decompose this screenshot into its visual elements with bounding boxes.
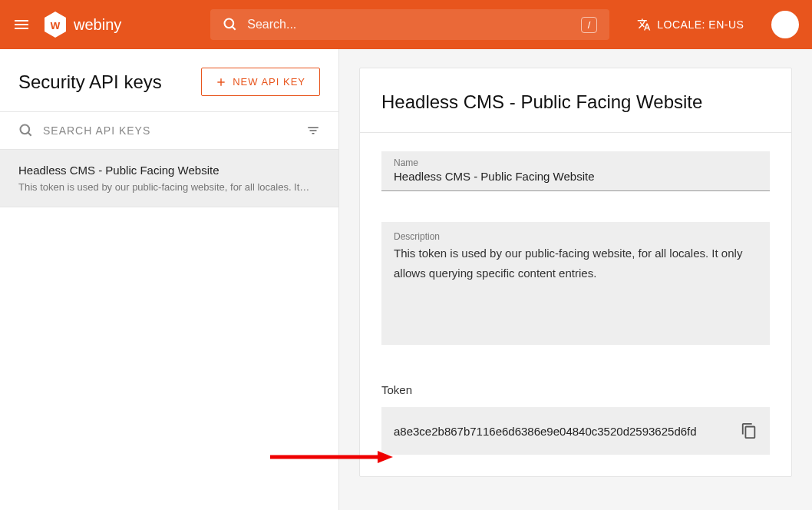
svg-line-6 bbox=[233, 27, 236, 30]
plus-icon bbox=[216, 77, 226, 88]
svg-point-5 bbox=[225, 19, 234, 28]
list-search-input[interactable] bbox=[43, 124, 297, 137]
list-search-row bbox=[0, 111, 338, 150]
list-item-title: Headless CMS - Public Facing Website bbox=[18, 164, 320, 177]
main-layout: Security API keys NEW API KEY Headless C… bbox=[0, 49, 812, 510]
left-header: Security API keys NEW API KEY bbox=[0, 49, 338, 111]
list-item-desc: This token is used by our public-facing … bbox=[18, 181, 320, 193]
search-icon bbox=[18, 123, 34, 138]
app-header: w webiny / LOCALE: EN-US bbox=[0, 0, 812, 49]
api-key-list-item[interactable]: Headless CMS - Public Facing Website Thi… bbox=[0, 150, 338, 207]
translate-icon bbox=[637, 18, 651, 31]
token-value: a8e3ce2b867b7116e6d6386e9e04840c3520d259… bbox=[394, 425, 697, 438]
brand-logo-icon: w bbox=[43, 11, 68, 38]
name-field-label: Name bbox=[394, 157, 758, 168]
global-search-input[interactable] bbox=[247, 18, 571, 31]
right-panel: Headless CMS - Public Facing Website Nam… bbox=[339, 49, 812, 510]
search-kbd-hint: / bbox=[581, 17, 598, 33]
new-api-key-button[interactable]: NEW API KEY bbox=[201, 68, 320, 96]
copy-icon[interactable] bbox=[741, 422, 758, 439]
new-api-key-label: NEW API KEY bbox=[233, 76, 305, 88]
search-icon bbox=[223, 17, 238, 32]
brand-name: webiny bbox=[74, 16, 121, 34]
svg-rect-0 bbox=[15, 20, 28, 22]
svg-point-9 bbox=[21, 125, 30, 134]
divider bbox=[360, 132, 791, 133]
left-panel: Security API keys NEW API KEY Headless C… bbox=[0, 49, 339, 510]
detail-card: Headless CMS - Public Facing Website Nam… bbox=[359, 68, 792, 477]
name-field[interactable]: Name bbox=[381, 151, 770, 191]
locale-selector[interactable]: LOCALE: EN-US bbox=[637, 18, 744, 31]
locale-label: LOCALE: EN-US bbox=[657, 18, 744, 31]
brand-logo[interactable]: w webiny bbox=[43, 11, 121, 38]
svg-line-10 bbox=[28, 133, 31, 136]
description-field-label: Description bbox=[394, 231, 758, 242]
svg-text:w: w bbox=[50, 18, 61, 31]
filter-icon[interactable] bbox=[306, 124, 320, 137]
svg-rect-2 bbox=[15, 28, 28, 29]
description-field-input[interactable] bbox=[394, 243, 758, 328]
menu-icon[interactable] bbox=[12, 15, 31, 34]
page-title: Security API keys bbox=[18, 71, 162, 93]
svg-rect-1 bbox=[15, 24, 28, 25]
global-search[interactable]: / bbox=[210, 9, 609, 40]
description-field[interactable]: Description bbox=[381, 222, 770, 345]
name-field-input[interactable] bbox=[394, 170, 758, 183]
token-label: Token bbox=[381, 383, 770, 396]
token-box: a8e3ce2b867b7116e6d6386e9e04840c3520d259… bbox=[381, 407, 770, 455]
detail-title: Headless CMS - Public Facing Website bbox=[381, 90, 770, 114]
avatar[interactable] bbox=[771, 11, 799, 38]
